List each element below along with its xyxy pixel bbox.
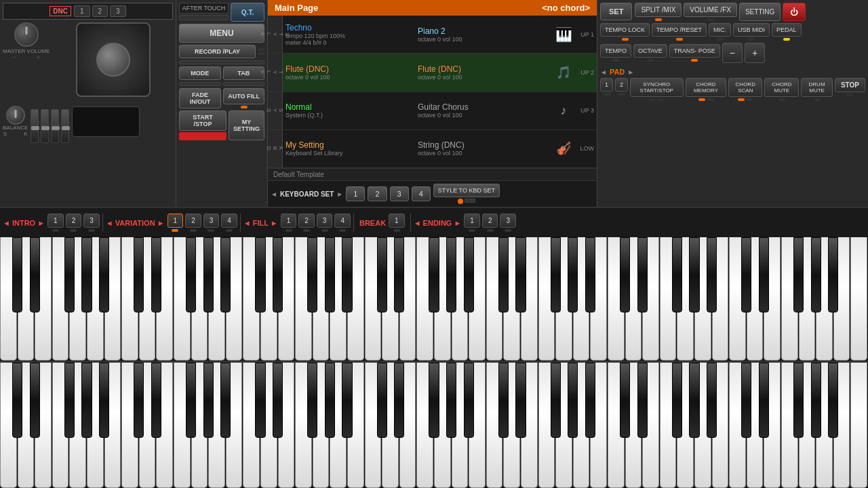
- black-key-0-6[interactable]: [99, 363, 109, 438]
- black-key-6-5[interactable]: [811, 363, 821, 438]
- black-key-1-4[interactable]: [186, 237, 196, 312]
- intro-3-btn[interactable]: 3: [83, 214, 100, 228]
- fill-4-btn[interactable]: 4: [334, 214, 351, 228]
- black-key-1-4[interactable]: [186, 363, 196, 438]
- black-key-3-5[interactable]: [446, 363, 456, 438]
- black-key-6-5[interactable]: [811, 237, 821, 312]
- qt-btn[interactable]: Q.T.: [231, 3, 264, 22]
- joystick-pad[interactable]: [76, 22, 151, 97]
- black-key-1-1[interactable]: [134, 237, 144, 312]
- black-key-2-4[interactable]: [307, 363, 317, 438]
- black-key-2-1[interactable]: [255, 363, 265, 438]
- mode-slider[interactable]: [179, 82, 221, 86]
- black-key-0-6[interactable]: [99, 237, 109, 312]
- black-key-0-4[interactable]: [64, 363, 75, 438]
- power-btn[interactable]: ⏻: [783, 3, 806, 21]
- black-key-3-2[interactable]: [394, 237, 404, 312]
- black-key-3-4[interactable]: [429, 237, 439, 312]
- black-key-5-1[interactable]: [620, 237, 630, 312]
- black-key-0-1[interactable]: [12, 237, 22, 312]
- black-key-1-6[interactable]: [220, 237, 231, 312]
- chord-memory-btn[interactable]: CHORD MEMORY: [686, 78, 727, 97]
- black-key-0-5[interactable]: [81, 363, 92, 438]
- black-key-3-6[interactable]: [464, 237, 474, 312]
- black-key-3-4[interactable]: [429, 363, 439, 438]
- style-row-mysetting[interactable]: My Setting Keyboard Set Library String (…: [283, 130, 597, 168]
- tab-btn[interactable]: TAB: [223, 66, 265, 80]
- channel-2-btn[interactable]: 2: [92, 5, 108, 17]
- tempo-btn[interactable]: TEMPO: [600, 44, 631, 58]
- style-row-flute[interactable]: Flute (DNC) octave 0 vol 100 Flute (DNC)…: [283, 54, 597, 92]
- black-key-5-6[interactable]: [707, 237, 717, 312]
- black-key-0-4[interactable]: [64, 237, 75, 312]
- black-key-6-4[interactable]: [793, 363, 804, 438]
- pedal-btn[interactable]: PEDAL: [772, 23, 802, 37]
- synchro-btn[interactable]: SYNCHRO START/STOP: [630, 78, 684, 97]
- setting-btn[interactable]: SETTING: [739, 3, 781, 21]
- white-key-49[interactable]: [850, 237, 867, 361]
- style-row-normal[interactable]: Normal System (Q.T.) Guitar Chorus octav…: [283, 92, 597, 130]
- mode-btn[interactable]: MODE: [179, 66, 221, 80]
- master-volume-knob[interactable]: [14, 22, 39, 47]
- black-key-4-1[interactable]: [498, 237, 509, 312]
- black-key-6-1[interactable]: [741, 237, 751, 312]
- black-key-4-2[interactable]: [515, 363, 526, 438]
- black-key-5-6[interactable]: [707, 363, 717, 438]
- ending-3-btn[interactable]: 3: [500, 214, 516, 228]
- black-key-5-4[interactable]: [672, 237, 682, 312]
- record-slider[interactable]: [179, 60, 264, 64]
- auto-fill-btn[interactable]: AUTO FILL: [223, 88, 264, 104]
- chord-scan-btn[interactable]: CHORD SCAN: [728, 78, 762, 97]
- transpose-btn[interactable]: TRANS- POSE: [669, 44, 720, 58]
- ending-2-btn[interactable]: 2: [482, 214, 498, 228]
- black-key-6-2[interactable]: [759, 237, 769, 312]
- balance-knob[interactable]: [6, 106, 25, 125]
- intro-1-btn[interactable]: 1: [47, 214, 64, 228]
- black-key-4-2[interactable]: [515, 237, 526, 312]
- kbd-btn-1[interactable]: 1: [346, 186, 365, 201]
- split-mix-btn[interactable]: SPLIT /MIX: [635, 3, 682, 17]
- chord-mute-btn[interactable]: CHORD MUTE: [764, 78, 799, 97]
- fader-4[interactable]: [61, 109, 69, 143]
- pad-1-btn[interactable]: 1: [600, 78, 613, 92]
- black-key-4-5[interactable]: [568, 363, 578, 438]
- usb-midi-btn[interactable]: USB MIDI: [733, 23, 770, 37]
- record-play-btn[interactable]: RECORD /PLAY: [179, 45, 256, 58]
- black-key-1-2[interactable]: [151, 237, 161, 312]
- octave-btn[interactable]: OCTAVE: [633, 44, 667, 58]
- tempo-reset-btn[interactable]: TEMPO /RESET: [652, 23, 707, 37]
- plus-btn[interactable]: +: [745, 43, 765, 63]
- fader-2[interactable]: [41, 109, 49, 143]
- black-key-2-1[interactable]: [255, 237, 265, 312]
- kbd-btn-3[interactable]: 3: [390, 186, 409, 201]
- start-stop-btn[interactable]: START /STOP: [179, 110, 226, 131]
- black-key-3-2[interactable]: [394, 363, 404, 438]
- black-key-6-6[interactable]: [828, 363, 838, 438]
- black-key-2-5[interactable]: [325, 363, 335, 438]
- black-key-3-6[interactable]: [464, 363, 474, 438]
- black-key-0-5[interactable]: [81, 237, 92, 312]
- black-key-2-2[interactable]: [273, 237, 283, 312]
- minus-btn[interactable]: −: [722, 43, 743, 63]
- break-1-btn[interactable]: 1: [389, 214, 405, 228]
- black-key-4-4[interactable]: [551, 363, 561, 438]
- black-key-3-1[interactable]: [377, 363, 387, 438]
- ending-1-btn[interactable]: 1: [464, 214, 480, 228]
- black-key-6-6[interactable]: [828, 237, 838, 312]
- black-key-2-6[interactable]: [342, 237, 352, 312]
- black-key-0-2[interactable]: [30, 237, 40, 312]
- var-3-btn[interactable]: 3: [203, 214, 220, 228]
- black-key-3-1[interactable]: [377, 237, 387, 312]
- black-key-1-5[interactable]: [203, 237, 214, 312]
- black-key-2-6[interactable]: [342, 363, 352, 438]
- my-setting-btn[interactable]: MY SETTING: [229, 110, 264, 140]
- menu-btn[interactable]: MENU: [179, 24, 264, 43]
- black-key-5-5[interactable]: [689, 237, 699, 312]
- black-key-4-6[interactable]: [585, 237, 595, 312]
- black-key-5-1[interactable]: [620, 363, 630, 438]
- tempo-lock-btn[interactable]: TEMPO LOCK: [600, 23, 650, 37]
- black-key-4-6[interactable]: [585, 363, 595, 438]
- pad-2-btn[interactable]: 2: [615, 78, 628, 92]
- fader-1[interactable]: [31, 109, 39, 143]
- fill-1-btn[interactable]: 1: [281, 214, 297, 228]
